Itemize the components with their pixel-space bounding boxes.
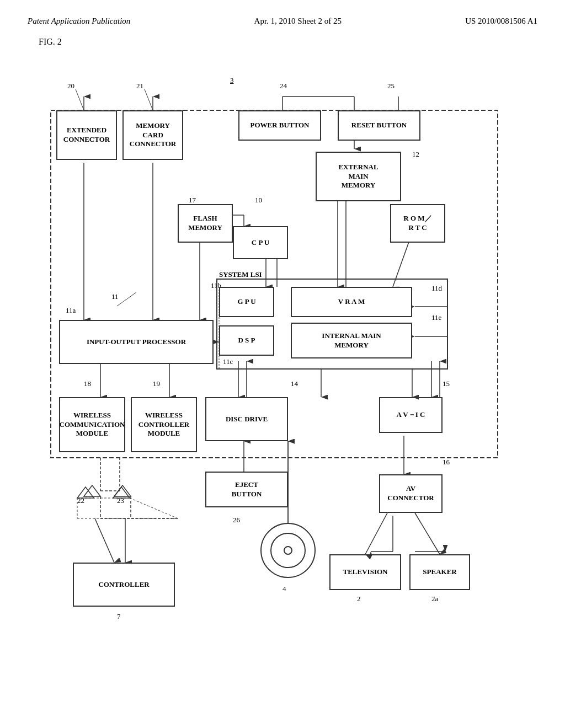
ref-11e: 11e — [431, 313, 441, 322]
av-connector-box: AV CONNECTOR — [379, 474, 443, 513]
page-header: Patent Application Publication Apr. 1, 2… — [28, 17, 537, 26]
external-main-memory-box: EXTERNAL MAIN MEMORY — [316, 152, 401, 201]
ref-11d: 11d — [431, 284, 442, 293]
wireless-communication-box: WIRELESS COMMUNICATION MODULE — [59, 397, 125, 452]
disc-drive-box: DISC DRIVE — [205, 397, 288, 441]
eject-button-box: EJECT BUTTON — [205, 472, 288, 507]
ref-11c: 11c — [223, 357, 233, 366]
header-patent-number: US 2010/0081506 A1 — [465, 17, 537, 26]
ref-25: 25 — [387, 82, 395, 90]
svg-line-53 — [130, 498, 178, 518]
dsp-box: D S P — [219, 325, 274, 356]
figure-label: FIG. 2 — [39, 37, 537, 47]
ref-24: 24 — [280, 82, 287, 90]
ref-14: 14 — [291, 379, 298, 388]
ref-21: 21 — [136, 82, 143, 90]
ref-3: 3 — [230, 76, 234, 85]
header-publication-label: Patent Application Publication — [28, 17, 130, 26]
ref-26: 26 — [233, 516, 240, 524]
ref-15: 15 — [443, 379, 450, 388]
ref-7: 7 — [117, 612, 121, 621]
memory-card-connector-box: MEMORY CARD CONNECTOR — [122, 110, 183, 160]
ref-23: 23 — [117, 496, 124, 505]
television-box: TELEVISION — [329, 554, 401, 590]
ref-19: 19 — [153, 379, 160, 388]
ref-17: 17 — [189, 196, 196, 205]
av-ic-box: A V－I C — [379, 397, 443, 433]
flash-memory-box: FLASH MEMORY — [178, 204, 233, 243]
system-lsi-label: SYSTEM LSI — [219, 270, 262, 279]
cpu-box: C P U — [233, 226, 288, 259]
ref-16: 16 — [443, 458, 450, 467]
vram-box: V R A M — [291, 287, 412, 317]
speaker-box: SPEAKER — [409, 554, 470, 590]
ref-4: 4 — [282, 585, 286, 593]
extended-connector-box: EXTENDED CONNECTOR — [56, 110, 117, 160]
ref-10: 10 — [255, 196, 262, 205]
disc-icon — [260, 523, 316, 578]
svg-line-47 — [76, 89, 84, 110]
ref-2: 2 — [357, 595, 361, 603]
ref-12: 12 — [412, 150, 419, 159]
header-date-sheet: Apr. 1, 2010 Sheet 2 of 25 — [254, 17, 342, 26]
gpu-box: G P U — [219, 287, 274, 317]
svg-line-57 — [365, 513, 387, 554]
svg-line-55 — [95, 518, 114, 563]
ref-11a: 11a — [66, 306, 76, 315]
svg-marker-34 — [114, 485, 131, 496]
page: Patent Application Publication Apr. 1, 2… — [0, 0, 565, 728]
internal-main-memory-box: INTERNAL MAIN MEMORY — [291, 323, 412, 358]
controller-box: CONTROLLER — [73, 563, 175, 607]
svg-line-58 — [415, 513, 440, 554]
svg-line-48 — [145, 89, 153, 110]
ref-2a: 2a — [431, 595, 438, 603]
ref-18: 18 — [84, 379, 91, 388]
input-output-processor-box: INPUT-OUTPUT PROCESSOR — [59, 320, 214, 364]
rom-rtc-box: R O M／ R T C — [390, 204, 445, 243]
reset-button-box: RESET BUTTON — [338, 110, 420, 141]
ref-20: 20 — [67, 82, 74, 90]
ref-11: 11 — [111, 292, 119, 301]
svg-line-41 — [117, 292, 136, 306]
ref-22: 22 — [77, 496, 84, 505]
power-button-box: POWER BUTTON — [238, 110, 321, 141]
diagram: 20 21 3 24 25 EXTENDED CONNECTOR MEMORY … — [29, 55, 536, 662]
svg-marker-33 — [84, 485, 100, 496]
wireless-controller-box: WIRELESS CONTROLLER MODULE — [131, 397, 197, 452]
